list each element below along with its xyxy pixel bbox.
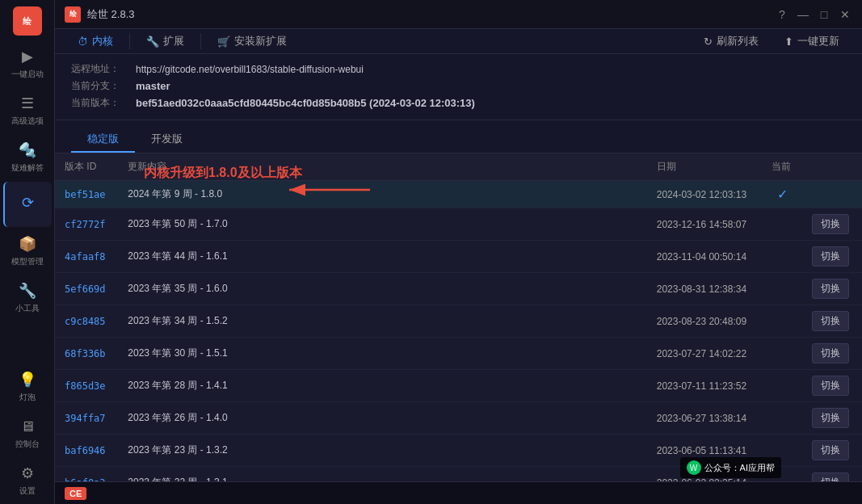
sidebar-item-model[interactable]: 📦 模型管理 [3,229,52,274]
switch-button[interactable]: 切换 [812,343,849,363]
table-row: 5ef669d2023 年第 35 周 - 1.6.02023-08-31 12… [55,273,862,305]
version-table-container[interactable]: 版本 ID 更新内容 日期 当前 bef51ae2024 年第 9 周 - 1.… [55,153,862,481]
version-id-cell[interactable]: f865d3e [55,370,118,402]
switch-button[interactable]: 切换 [812,311,849,331]
sidebar-item-lights[interactable]: 💡 灯泡 [3,364,52,410]
switch-cell: 切换 [802,338,862,370]
minimize-button[interactable]: — [796,7,810,22]
branch-row: 当前分支： master [71,79,846,93]
tab-extend[interactable]: 🔧 扩展 [137,29,194,53]
switch-button[interactable]: 切换 [812,472,849,481]
sidebar-item-start[interactable]: ▶ 一键启动 [3,41,52,86]
current-cell [762,338,802,370]
switch-cell: 切换 [802,241,862,273]
switch-cell: 切换 [802,467,862,482]
tools-icon: 🔧 [19,282,36,300]
version-id-cell[interactable]: 394ffa7 [55,402,118,435]
switch-button[interactable]: 切换 [812,408,849,428]
sidebar-item-console[interactable]: 🖥 控制台 [3,411,52,456]
switch-button[interactable]: 切换 [812,214,849,234]
current-checkmark: ✓ [777,187,788,201]
one-click-update-button[interactable]: ⬆ 一键更新 [775,30,849,52]
switch-cell: 切换 [802,435,862,467]
switch-button[interactable]: 切换 [812,279,849,299]
date-cell: 2024-03-02 12:03:13 [647,181,762,208]
branch-label: 当前分支： [71,79,136,93]
info-section: 远程地址： https://gitcode.net/overbill1683/s… [55,54,862,120]
header-update-content: 更新内容 [118,153,243,181]
version-value: bef51aed032c0aaa5cfd80445bc4cf0d85b408b5… [136,97,475,109]
version-id-cell[interactable]: 5ef669d [55,273,118,305]
sidebar-item-tools[interactable]: 🔧 小工具 [3,275,52,321]
lights-icon: 💡 [19,371,36,388]
current-cell [762,273,802,305]
refresh-label: 刷新列表 [717,34,759,48]
spacer-cell [243,435,647,467]
start-icon: ▶ [22,48,33,65]
table-wrapper: 内核升级到1.8.0及以上版本 版本 ID 更新内容 日期 当前 [55,153,862,481]
version-desc-cell: 2023 年第 30 周 - 1.5.1 [118,338,243,370]
update-icon: ⬆ [784,36,793,48]
console-icon: 🖥 [20,418,35,435]
version-id-cell[interactable]: c9c8485 [55,305,118,338]
sidebar-item-history[interactable]: ⟳ [3,182,52,227]
table-row: 394ffa72023 年第 26 周 - 1.4.02023-06-27 13… [55,402,862,435]
current-cell [762,208,802,241]
sidebar-item-label-lights: 灯泡 [19,392,36,403]
header-version-id: 版本 ID [55,153,118,181]
statusbar: CE [55,481,862,504]
header-spacer [243,153,647,181]
tab-stable[interactable]: 稳定版 [71,127,135,153]
app-logo: 绘 [13,6,42,36]
table-header-row: 版本 ID 更新内容 日期 当前 [55,153,862,181]
current-cell [762,305,802,338]
current-cell [762,241,802,273]
tab-core[interactable]: ⏱ 内核 [68,29,123,53]
tab-install-label: 安装新扩展 [234,34,287,48]
remote-row: 远程地址： https://gitcode.net/overbill1683/s… [71,62,846,76]
maximize-button[interactable]: □ [817,7,831,22]
sidebar-item-label-model: 模型管理 [11,256,44,267]
sidebar-item-troubleshoot[interactable]: 🔩 疑难解答 [3,135,52,180]
titlebar: 绘 绘世 2.8.3 ? — □ ✕ [55,0,862,29]
version-table: 版本 ID 更新内容 日期 当前 bef51ae2024 年第 9 周 - 1.… [55,153,862,481]
tab-dev[interactable]: 开发版 [135,127,199,153]
version-id-cell[interactable]: bef51ae [55,181,118,208]
branch-value: master [136,80,170,92]
version-desc-cell: 2024 年第 9 周 - 1.8.0 [118,181,243,208]
switch-button[interactable]: 切换 [812,440,849,460]
table-row: 68f336b2023 年第 30 周 - 1.5.12023-07-27 14… [55,338,862,370]
date-cell: 2023-08-31 12:38:34 [647,273,762,305]
switch-cell: 切换 [802,402,862,435]
table-row: 4afaaf82023 年第 44 周 - 1.6.12023-11-04 00… [55,241,862,273]
version-id-cell[interactable]: cf2772f [55,208,118,241]
spacer-cell [243,208,647,241]
table-row: bef51ae2024 年第 9 周 - 1.8.02024-03-02 12:… [55,181,862,208]
remote-label: 远程地址： [71,62,136,76]
table-row: f865d3e2023 年第 28 周 - 1.4.12023-07-11 11… [55,370,862,402]
sidebar-item-advanced[interactable]: ☰ 高级选项 [3,88,52,133]
version-id-cell[interactable]: b6af0a3 [55,467,118,482]
version-id-cell[interactable]: baf6946 [55,435,118,467]
help-button[interactable]: ? [775,7,789,22]
refresh-button[interactable]: ↻ 刷新列表 [694,30,768,52]
table-row: cf2772f2023 年第 50 周 - 1.7.02023-12-16 14… [55,208,862,241]
toolbar-right-actions: ↻ 刷新列表 ⬆ 一键更新 [694,30,849,52]
version-id-cell[interactable]: 4afaaf8 [55,241,118,273]
watermark-text: 公众号：AI应用帮 [704,462,775,474]
version-desc-cell: 2023 年第 26 周 - 1.4.0 [118,402,243,435]
switch-button[interactable]: 切换 [812,376,849,396]
version-desc-cell: 2023 年第 35 周 - 1.6.0 [118,273,243,305]
version-desc-cell: 2023 年第 28 周 - 1.4.1 [118,370,243,402]
tab-install[interactable]: 🛒 安装新扩展 [208,29,296,53]
sidebar-item-label-start: 一键启动 [11,69,44,80]
switch-button[interactable]: 切换 [812,246,849,267]
spacer-cell [243,370,647,402]
close-button[interactable]: ✕ [838,7,852,22]
version-desc-cell: 2023 年第 23 周 - 1.3.2 [118,435,243,467]
version-desc-cell: 2023 年第 34 周 - 1.5.2 [118,305,243,338]
version-id-cell[interactable]: 68f336b [55,338,118,370]
sidebar-item-settings[interactable]: ⚙ 设置 [3,458,52,503]
spacer-cell [243,181,647,208]
update-label: 一键更新 [797,34,839,48]
